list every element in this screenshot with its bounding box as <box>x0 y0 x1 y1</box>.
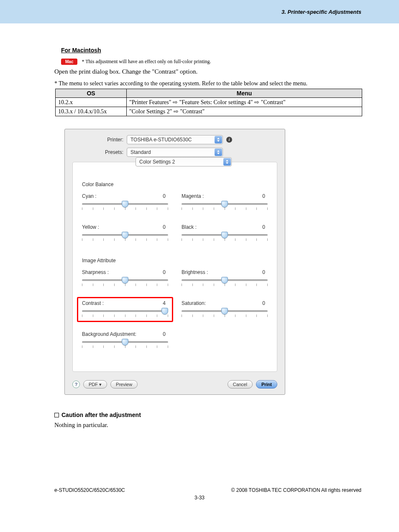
pdf-button[interactable]: PDF ▾ <box>83 380 107 389</box>
slider-label: Magenta : <box>182 193 204 199</box>
settings-popup[interactable]: Color Settings 2 <box>136 157 232 166</box>
slider-value: 0 <box>262 300 265 306</box>
cell-os: 10.3.x / 10.4.x/10.5x <box>56 107 127 116</box>
chevron-updown-icon <box>223 158 231 166</box>
slider-thumb <box>161 308 168 315</box>
slider-thumb <box>221 308 228 315</box>
cancel-button[interactable]: Cancel <box>228 380 253 389</box>
slider-thumb <box>122 339 128 345</box>
slider-yellow: Yellow : 0 <box>82 224 168 244</box>
slider-value: 0 <box>163 269 166 275</box>
slider-saturation: Saturation: 0 <box>182 300 268 320</box>
group-image-attribute: Image Attribute <box>82 258 268 263</box>
table-row: 10.2.x "Printer Features" ⇨ "Feature Set… <box>56 98 362 107</box>
presets-value: Standard <box>130 149 151 155</box>
slider-track[interactable] <box>182 309 268 320</box>
settings-panel: Color Settings 2 Color Balance Cyan : 0 <box>72 162 277 372</box>
caution-body: Nothing in particular. <box>54 422 361 429</box>
chevron-updown-icon <box>215 136 222 143</box>
slider-contrast: Contrast : 4 <box>82 300 168 320</box>
slider-thumb <box>122 201 128 207</box>
slider-value: 0 <box>163 224 166 230</box>
slider-black: Black : 0 <box>182 224 268 244</box>
cell-menu: "Color Settings 2" ⇨ "Contrast" <box>127 107 362 116</box>
slider-thumb <box>122 232 128 238</box>
slider-cyan: Cyan : 0 <box>82 193 168 213</box>
slider-thumb <box>221 201 228 207</box>
printer-label: Printer: <box>72 137 127 143</box>
print-dialog: Printer: TOSHIBA e-STUDIO6530C i Presets… <box>64 129 285 395</box>
printer-popup[interactable]: TOSHIBA e-STUDIO6530C <box>127 135 223 144</box>
footer-left: e-STUDIO5520C/6520C/6530C <box>54 487 125 493</box>
page-header: 3. Printer-specific Adjustments <box>0 0 399 23</box>
slider-label: Yellow : <box>82 224 99 230</box>
table-row: 10.3.x / 10.4.x/10.5x "Color Settings 2"… <box>56 107 362 116</box>
slider-label: Cyan : <box>82 193 97 199</box>
th-os: OS <box>56 89 127 98</box>
slider-track[interactable] <box>182 278 268 289</box>
mac-badge: Mac <box>61 59 77 65</box>
table-note: * The menu to select varies according to… <box>54 80 361 87</box>
settings-value: Color Settings 2 <box>139 159 175 165</box>
slider-thumb <box>221 277 228 284</box>
slider-track[interactable] <box>182 233 268 244</box>
checkbox-icon <box>54 413 59 417</box>
print-button[interactable]: Print <box>256 380 277 389</box>
section-title: For Macintosh <box>61 47 361 54</box>
slider-track[interactable] <box>82 202 168 213</box>
footer-right: © 2008 TOSHIBA TEC CORPORATION All right… <box>231 487 361 493</box>
presets-popup[interactable]: Standard <box>127 148 223 157</box>
slider-label: Saturation: <box>182 300 206 306</box>
slider-bgadjust: Background Adjustment: 0 <box>82 331 168 351</box>
slider-thumb <box>221 232 228 238</box>
caution-title: Caution after the adjustment <box>54 412 361 418</box>
preview-button[interactable]: Preview <box>110 380 138 389</box>
cell-menu: "Printer Features" ⇨ "Feature Sets: Colo… <box>127 98 362 107</box>
slider-track[interactable] <box>82 309 168 320</box>
info-icon[interactable]: i <box>226 137 232 143</box>
slider-value: 4 <box>163 300 166 306</box>
slider-value: 0 <box>262 224 265 230</box>
note-text: * This adjustment will have an effect on… <box>82 59 211 65</box>
slider-value: 0 <box>262 193 265 199</box>
os-menu-table: OS Menu 10.2.x "Printer Features" ⇨ "Fea… <box>55 89 362 116</box>
slider-track[interactable] <box>82 340 168 351</box>
slider-magenta: Magenta : 0 <box>182 193 268 213</box>
slider-track[interactable] <box>82 278 168 289</box>
slider-value: 0 <box>262 269 265 275</box>
breadcrumb: 3. Printer-specific Adjustments <box>281 9 361 15</box>
instruction-text: Open the print dialog box. Change the "C… <box>54 67 361 76</box>
page-number: 3-33 <box>0 495 399 501</box>
slider-label: Sharpness : <box>82 269 109 275</box>
slider-label: Black : <box>182 224 197 230</box>
slider-track[interactable] <box>82 233 168 244</box>
slider-track[interactable] <box>182 202 268 213</box>
slider-thumb <box>122 277 128 284</box>
slider-value: 0 <box>163 193 166 199</box>
cell-os: 10.2.x <box>56 98 127 107</box>
slider-label: Background Adjustment: <box>82 331 136 337</box>
help-icon[interactable]: ? <box>72 381 80 388</box>
slider-value: 0 <box>163 331 166 337</box>
slider-label: Brightness : <box>182 269 208 275</box>
printer-value: TOSHIBA e-STUDIO6530C <box>130 137 192 143</box>
slider-label: Contrast : <box>82 300 104 306</box>
chevron-updown-icon <box>215 148 222 156</box>
presets-label: Presets: <box>72 149 127 155</box>
slider-brightness: Brightness : 0 <box>182 269 268 289</box>
slider-sharpness: Sharpness : 0 <box>82 269 168 289</box>
page-footer: e-STUDIO5520C/6520C/6530C © 2008 TOSHIBA… <box>0 429 399 493</box>
th-menu: Menu <box>127 89 362 98</box>
group-color-balance: Color Balance <box>82 182 268 187</box>
